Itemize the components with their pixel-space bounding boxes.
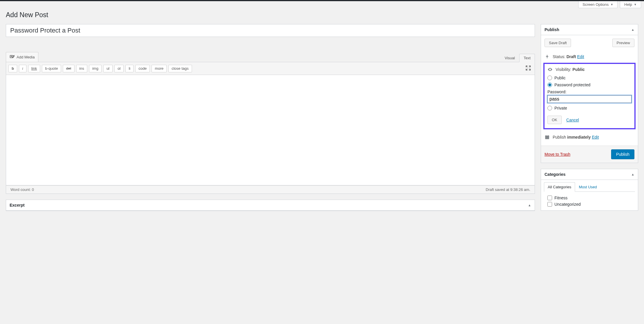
status-row: Status: Draft Edit [545,52,634,62]
help-label: Help [624,2,632,7]
toolbar-img-button[interactable]: img [89,65,102,72]
screen-options-tab[interactable]: Screen Options ▼ [578,1,618,8]
page-title: Add New Post [6,11,638,19]
fullscreen-icon[interactable] [524,64,532,73]
edit-status-link[interactable]: Edit [577,54,584,59]
preview-button[interactable]: Preview [612,39,634,47]
eye-icon [547,67,553,72]
toolbar-li-button[interactable]: li [125,65,134,72]
category-checkbox[interactable] [547,202,552,207]
toolbar-bold-button[interactable]: b [8,65,17,72]
visibility-ok-button[interactable]: OK [547,116,562,124]
svg-point-1 [11,56,12,57]
chevron-down-icon: ▼ [634,3,637,6]
category-checkbox[interactable] [547,196,552,200]
toolbar-ins-button[interactable]: ins [76,65,88,72]
publish-box: Publish ▲ Save Draft Preview Status: Dra… [541,24,638,163]
categories-title: Categories [545,172,565,177]
visibility-private-option[interactable]: Private [547,105,631,112]
visibility-public-radio[interactable] [547,76,552,80]
categories-header[interactable]: Categories ▲ [541,169,638,180]
password-label: Password: [547,88,631,95]
svg-rect-3 [545,136,549,137]
publish-title: Publish [545,27,559,32]
pin-icon [545,54,550,59]
toolbar-closetags-button[interactable]: close tags [168,65,192,72]
calendar-icon [545,135,550,140]
category-item[interactable]: Fitness [547,195,631,201]
toolbar-blockquote-button[interactable]: b-quote [42,65,61,72]
visibility-password-option[interactable]: Password protected [547,81,631,88]
screen-options-label: Screen Options [583,2,609,7]
visibility-password-radio[interactable] [547,83,552,87]
add-media-button[interactable]: Add Media [6,52,38,62]
visibility-private-radio[interactable] [547,106,552,110]
chevron-up-icon: ▲ [528,203,531,207]
visibility-row: Visibility: Public [547,67,631,74]
help-tab[interactable]: Help ▼ [620,1,641,8]
tab-text[interactable]: Text [519,54,535,62]
categories-tab-all[interactable]: All Categories [544,182,575,192]
visibility-public-option[interactable]: Public [547,74,631,81]
toolbar-more-button[interactable]: more [152,65,167,72]
editor-toolbar: b i link b-quote del ins img ul ol li co… [6,62,535,75]
tab-visual[interactable]: Visual [500,54,519,62]
toolbar-italic-button[interactable]: i [19,65,26,72]
autosave-status: Draft saved at 9:38:26 am. [486,187,530,192]
camera-music-icon [10,54,15,60]
schedule-row: Publish immediately Edit [545,132,634,142]
excerpt-title: Excerpt [10,203,24,207]
chevron-up-icon: ▲ [631,28,634,31]
excerpt-header[interactable]: Excerpt ▲ [6,200,535,211]
category-item[interactable]: Uncategorized [547,201,631,207]
edit-schedule-link[interactable]: Edit [592,135,599,139]
categories-tab-mostused[interactable]: Most Used [575,182,601,192]
post-title-input[interactable] [6,24,535,37]
password-input[interactable] [547,95,631,103]
publish-button[interactable]: Publish [611,149,634,159]
toolbar-del-button[interactable]: del [63,65,74,72]
visibility-highlight: Visibility: Public Public Password prote… [543,63,636,129]
toolbar-code-button[interactable]: code [135,65,150,72]
word-count: Word count: 0 [10,187,34,192]
chevron-down-icon: ▼ [610,3,613,6]
publish-header[interactable]: Publish ▲ [541,24,638,35]
visibility-cancel-link[interactable]: Cancel [566,118,579,122]
toolbar-link-button[interactable]: link [28,65,40,72]
move-to-trash-link[interactable]: Move to Trash [545,152,570,157]
toolbar-ul-button[interactable]: ul [103,65,113,72]
editor-textarea[interactable] [6,75,535,185]
add-media-label: Add Media [17,55,35,59]
excerpt-box: Excerpt ▲ [6,200,535,211]
toolbar-ol-button[interactable]: ol [114,65,124,72]
categories-box: Categories ▲ All Categories Most Used Fi… [541,169,638,211]
save-draft-button[interactable]: Save Draft [545,39,571,47]
chevron-up-icon: ▲ [631,173,634,176]
